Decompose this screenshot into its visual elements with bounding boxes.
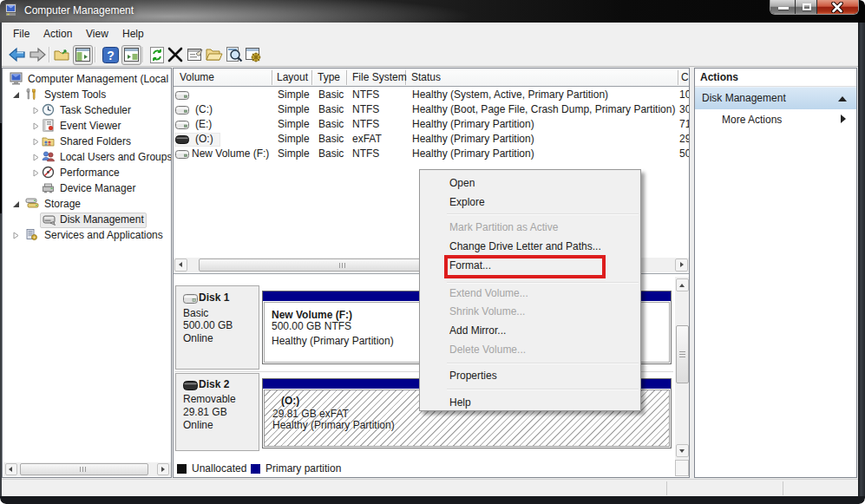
svg-text:?: ? [107, 49, 115, 62]
